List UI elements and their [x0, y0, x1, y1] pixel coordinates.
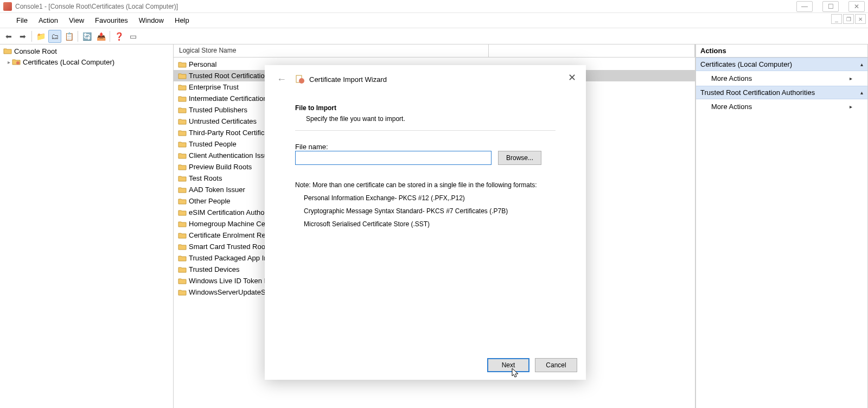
window-minimize-button[interactable]: — [796, 1, 813, 12]
folder-icon [178, 117, 187, 126]
tree-child-certificates[interactable]: ▸ Certificates (Local Computer) [0, 56, 173, 67]
tree-root-label: Console Root [14, 47, 57, 55]
app-icon [3, 2, 12, 11]
window-close-button[interactable]: ✕ [848, 1, 865, 12]
certificate-import-wizard-dialog: ← Certificate Import Wizard ✕ File to Im… [265, 65, 586, 380]
actions-header: Actions [696, 44, 867, 58]
note-p7b: Cryptographic Message Syntax Standard- P… [304, 207, 556, 215]
actions-panel: Actions Certificates (Local Computer) ▴ … [695, 44, 868, 408]
file-name-input[interactable] [295, 151, 492, 165]
mdi-minimize-button[interactable]: _ [831, 14, 842, 24]
actions-group-certificates[interactable]: Certificates (Local Computer) ▴ [696, 58, 867, 71]
folder-icon [178, 220, 187, 228]
store-item-label: Trusted People [189, 140, 237, 148]
actions-more-trusted-root[interactable]: More Actions ▸ [696, 99, 867, 114]
export-button[interactable]: 📤 [94, 30, 107, 43]
menu-view[interactable]: View [63, 14, 90, 27]
chevron-right-icon: ▸ [850, 104, 852, 110]
store-item-label: AAD Token Issuer [189, 186, 245, 194]
toolbar: ⬅ ➡ 📁 🗂 📋 🔄 📤 ❓ ▭ [0, 28, 868, 44]
menu-favourites[interactable]: Favourites [90, 14, 133, 27]
store-item-label: Personal [189, 60, 216, 68]
copy-button[interactable]: 📋 [62, 30, 75, 43]
folder-icon [178, 208, 187, 217]
mdi-restore-button[interactable]: ❐ [843, 14, 854, 24]
store-item-label: Other People [189, 197, 231, 205]
store-item-label: Smart Card Trusted Roots [189, 243, 271, 251]
folder-icon [178, 254, 187, 263]
file-name-label: File name: [295, 143, 328, 151]
collapse-icon: ▴ [860, 61, 863, 67]
actions-group-certificates-label: Certificates (Local Computer) [700, 60, 792, 68]
store-item-label: Untrusted Certificates [189, 117, 257, 125]
wizard-title: Certificate Import Wizard [309, 75, 387, 84]
help-button[interactable]: ❓ [112, 30, 125, 43]
dialog-close-button[interactable]: ✕ [566, 72, 578, 84]
actions-more-trusted-root-label: More Actions [711, 103, 752, 111]
folder-icon [178, 140, 187, 149]
note-header: Note: More than one certificate can be s… [295, 181, 556, 189]
folder-icon [178, 174, 187, 183]
actions-group-trusted-root[interactable]: Trusted Root Certification Authorities ▴ [696, 86, 867, 99]
cert-folder-icon [12, 58, 21, 66]
menubar: File Action View Favourites Window Help … [0, 13, 868, 28]
folder-icon [178, 265, 187, 274]
menu-action[interactable]: Action [33, 14, 63, 27]
window-title: Console1 - [Console Root\Certificates (L… [15, 3, 178, 10]
expander-icon[interactable]: ▸ [5, 59, 12, 65]
svg-point-2 [299, 78, 304, 84]
folder-icon [178, 83, 187, 92]
note-sst: Microsoft Serialised Certificate Store (… [304, 220, 556, 228]
up-button[interactable]: 📁 [34, 30, 47, 43]
folder-icon [3, 47, 12, 55]
svg-point-0 [16, 61, 20, 65]
refresh-button[interactable]: 🔄 [80, 30, 93, 43]
column-header-name[interactable]: Logical Store Name [174, 44, 489, 57]
folder-icon [178, 288, 187, 297]
folder-icon [178, 243, 187, 251]
folder-icon [178, 106, 187, 114]
forward-button[interactable]: ➡ [16, 30, 29, 43]
mdi-controls: _ ❐ ✕ [831, 14, 866, 24]
menu-help[interactable]: Help [169, 14, 195, 27]
column-header-spacer[interactable] [489, 44, 695, 57]
note-pfx: Personal Information Exchange- PKCS #12 … [304, 194, 556, 202]
section-title: File to Import [295, 104, 556, 112]
collapse-icon: ▴ [860, 90, 863, 95]
window-maximize-button[interactable]: ☐ [822, 1, 839, 12]
chevron-right-icon: ▸ [850, 75, 852, 81]
properties-button[interactable]: ▭ [126, 30, 139, 43]
menu-window[interactable]: Window [133, 14, 169, 27]
store-item-label: Trusted Devices [189, 265, 239, 273]
tree-root[interactable]: Console Root [0, 46, 173, 56]
actions-group-trusted-root-label: Trusted Root Certification Authorities [700, 88, 815, 97]
column-header-row: Logical Store Name [174, 44, 695, 58]
store-item-label: Test Roots [189, 174, 222, 182]
folder-icon [178, 72, 187, 80]
tree-panel: Console Root ▸ Certificates (Local Compu… [0, 44, 174, 408]
folder-icon [178, 151, 187, 160]
store-item-label: Enterprise Trust [189, 83, 239, 91]
show-tree-button[interactable]: 🗂 [48, 30, 61, 43]
browse-button[interactable]: Browse... [498, 151, 541, 165]
window-titlebar: Console1 - [Console Root\Certificates (L… [0, 0, 868, 13]
folder-icon [178, 94, 187, 103]
mdi-close-button[interactable]: ✕ [855, 14, 866, 24]
folder-icon [178, 129, 187, 137]
store-item-label: Trusted Publishers [189, 106, 247, 114]
menu-file[interactable]: File [11, 14, 33, 27]
store-item-label: Preview Build Roots [189, 163, 252, 171]
folder-icon [178, 163, 187, 171]
folder-icon [178, 231, 187, 240]
next-button[interactable]: Next [487, 358, 529, 372]
cancel-button[interactable]: Cancel [535, 358, 577, 372]
folder-icon [178, 186, 187, 194]
back-button[interactable]: ⬅ [2, 30, 15, 43]
actions-more-certificates[interactable]: More Actions ▸ [696, 71, 867, 86]
section-subtitle: Specify the file you want to import. [306, 115, 556, 123]
folder-icon [178, 60, 187, 69]
tree-child-label: Certificates (Local Computer) [23, 58, 114, 66]
actions-more-certificates-label: More Actions [711, 74, 752, 82]
wizard-back-button[interactable]: ← [272, 72, 291, 87]
folder-icon [178, 197, 187, 206]
